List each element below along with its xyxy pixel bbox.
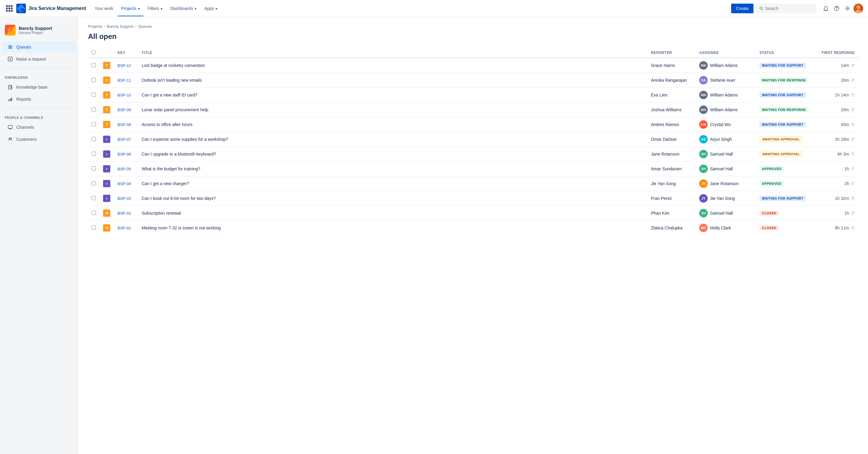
sidebar-item-queues[interactable]: Queues (2, 41, 76, 53)
status-badge: AWAITING APPROVAL (760, 151, 803, 157)
waffle-menu[interactable] (5, 4, 14, 13)
row-checkbox[interactable] (92, 167, 96, 171)
response-time: 4h 3m ⏱ (820, 152, 855, 156)
sidebar-item-knowledge-base[interactable]: Knowledge base (2, 82, 76, 93)
row-checkbox[interactable] (92, 107, 96, 112)
help-button[interactable] (832, 4, 841, 13)
issue-key-link[interactable]: BSP-06 (118, 152, 131, 156)
row-checkbox[interactable] (92, 196, 96, 200)
issue-key-link[interactable]: BSP-01 (118, 226, 131, 230)
notifications-button[interactable] (821, 4, 831, 13)
nav-your-work[interactable]: Your work (91, 4, 117, 13)
svg-rect-14 (10, 98, 11, 101)
sidebar-item-customers[interactable]: Customers (2, 134, 76, 145)
assignee-avatar: WA (699, 91, 708, 99)
issue-key-link[interactable]: BSP-12 (118, 63, 131, 68)
knowledge-section-header: Knowledge (0, 72, 78, 81)
table-row: ≡BSP-03Can I book out 8-04 room for two … (88, 191, 858, 206)
breadcrumb-projects[interactable]: Projects (88, 24, 102, 29)
row-checkbox[interactable] (92, 152, 96, 156)
status-badge: APPROVED (760, 166, 784, 172)
issue-key-link[interactable]: BSP-11 (118, 78, 131, 83)
breadcrumb-sep-2: / (135, 24, 136, 29)
issue-key-link[interactable]: BSP-07 (118, 137, 131, 142)
status-badge: WAITING FOR SUPPORT (760, 63, 806, 68)
row-checkbox[interactable] (92, 122, 96, 126)
svg-point-6 (855, 10, 861, 13)
type-badge: ✉ (103, 224, 110, 232)
settings-button[interactable] (843, 4, 852, 13)
sidebar-item-label: Reports (16, 97, 31, 101)
sidebar-item-channels[interactable]: Channels (2, 122, 76, 133)
row-checkbox[interactable] (92, 78, 96, 82)
assignee-cell: SA Stefanie Auer (699, 76, 752, 84)
col-header-reporter[interactable]: Reporter (647, 48, 695, 58)
row-checkbox[interactable] (92, 63, 96, 67)
sidebar-item-label: Raise a request (16, 57, 46, 61)
row-checkbox[interactable] (92, 93, 96, 97)
type-badge: ? (103, 77, 110, 84)
nav-projects[interactable]: Projects ▾ (118, 4, 144, 13)
sidebar-item-reports[interactable]: Reports (2, 94, 76, 104)
main-content: Projects / Bancly Support / Queues All o… (79, 17, 868, 454)
status-badge: CLOSED (760, 225, 779, 231)
reporter-name: Annika Rangarajan (647, 73, 695, 88)
table-row: ≡BSP-04Can I get a new charger?Jie Yan S… (88, 176, 858, 191)
reporter-name: Zlatica Chalupka (647, 221, 695, 236)
issue-key-link[interactable]: BSP-04 (118, 181, 131, 186)
row-checkbox[interactable] (92, 211, 96, 215)
issue-key-link[interactable]: BSP-08 (118, 122, 131, 127)
breadcrumb-queues[interactable]: Queues (138, 24, 152, 29)
svg-point-5 (857, 5, 860, 9)
user-avatar[interactable] (854, 4, 863, 13)
svg-rect-15 (11, 98, 12, 101)
row-checkbox[interactable] (92, 137, 96, 141)
issue-key-link[interactable]: BSP-03 (118, 196, 131, 201)
assignee-cell: SH Samuel Hall (699, 164, 752, 173)
col-header-key[interactable]: Key (114, 48, 138, 58)
issue-title: Can I book out 8-04 room for two days? (138, 191, 647, 206)
type-badge: ? (103, 121, 110, 128)
type-badge: ≡ (103, 165, 110, 173)
issue-key-link[interactable]: BSP-09 (118, 108, 131, 112)
app-logo[interactable]: Jira Service Management (16, 4, 86, 13)
col-header-type (99, 48, 114, 58)
nav-apps[interactable]: Apps ▾ (201, 4, 221, 13)
assignee-name: Jane Rotanson (710, 181, 738, 186)
search-box[interactable] (756, 4, 816, 13)
assignee-cell: WA William Adams (699, 61, 752, 70)
search-input[interactable] (765, 6, 812, 11)
breadcrumb: Projects / Bancly Support / Queues (88, 24, 858, 29)
nav-dashboards[interactable]: Dashboards ▾ (167, 4, 200, 13)
row-checkbox[interactable] (92, 181, 96, 185)
type-badge: ≡ (103, 180, 110, 187)
svg-rect-13 (8, 99, 9, 101)
assignee-name: Samuel Hall (710, 152, 733, 156)
issue-key-link[interactable]: BSP-10 (118, 93, 131, 97)
svg-point-4 (847, 7, 848, 9)
select-all-checkbox[interactable] (92, 50, 96, 54)
svg-point-18 (11, 138, 12, 139)
clock-icon: ⏱ (851, 93, 855, 97)
breadcrumb-bancly-support[interactable]: Bancly Support (107, 24, 133, 29)
queue-table: Key Title Reporter Assignee Status First… (88, 48, 858, 235)
nav-filters[interactable]: Filters ▾ (144, 4, 166, 13)
people-channels-section-header: People & Channels (0, 112, 78, 121)
sidebar-item-raise-request[interactable]: Raise a request (2, 54, 76, 64)
col-header-assignee[interactable]: Assignee (695, 48, 756, 58)
row-checkbox[interactable] (92, 225, 96, 230)
col-header-response[interactable]: First response (816, 48, 858, 58)
create-button[interactable]: Create (731, 4, 753, 13)
response-time: 2h 18m ⏱ (820, 137, 855, 142)
assignee-avatar: SA (699, 76, 708, 84)
type-badge: ≡ (103, 135, 110, 143)
project-type: Service Project (19, 31, 52, 35)
reporter-name: Eva Lien (647, 88, 695, 102)
issue-key-link[interactable]: BSP-05 (118, 167, 131, 171)
status-badge: CLOSED (760, 210, 779, 216)
search-icon (760, 6, 764, 10)
col-header-status[interactable]: Status (756, 48, 816, 58)
assignee-cell: WA William Adams (699, 105, 752, 114)
issue-key-link[interactable]: BSP-02 (118, 211, 131, 216)
col-header-title[interactable]: Title (138, 48, 647, 58)
